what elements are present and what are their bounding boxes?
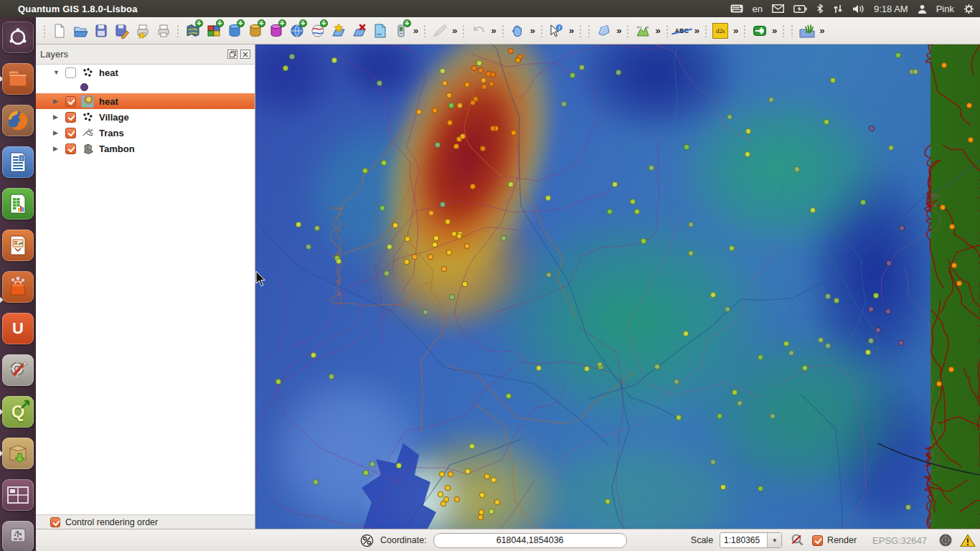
launcher-qgis[interactable]: Q <box>2 396 34 428</box>
db-manager-button[interactable] <box>750 22 768 39</box>
undo-button[interactable] <box>469 22 487 39</box>
layer-checkbox-checked[interactable] <box>65 143 76 154</box>
add-mssql-layer-button[interactable]: + <box>267 22 285 39</box>
launcher-ubuntu-one[interactable]: U <box>2 313 34 344</box>
bluetooth-icon[interactable] <box>816 4 824 14</box>
panel-close-button[interactable] <box>240 50 250 59</box>
toolbar-grip[interactable] <box>626 24 629 37</box>
chevron-down-icon[interactable]: ▼ <box>767 533 781 547</box>
toolbar-overflow-chevron[interactable]: » <box>694 25 699 36</box>
layer-checkbox-unchecked[interactable] <box>65 67 76 78</box>
username-label[interactable]: Pink <box>936 4 954 14</box>
add-gps-layer-button[interactable]: + <box>392 22 410 39</box>
add-raster-layer-button[interactable]: + <box>204 22 222 39</box>
add-postgis-layer-button[interactable]: + <box>225 22 243 39</box>
layer-row-trans[interactable]: ▶ Trans <box>36 125 255 141</box>
layer-checkbox-checked[interactable] <box>65 96 76 107</box>
log-messages-warning-icon[interactable] <box>960 534 976 547</box>
expander-collapsed-icon[interactable]: ▶ <box>53 113 60 121</box>
toolbar-overflow-chevron[interactable]: » <box>569 25 574 36</box>
toolbar-grip[interactable] <box>705 24 707 37</box>
print-button[interactable] <box>154 22 172 39</box>
launcher-firefox[interactable] <box>2 105 34 136</box>
toolbar-grip[interactable] <box>782 24 785 37</box>
expander-collapsed-icon[interactable]: ▶ <box>53 145 60 152</box>
toolbar-overflow-chevron[interactable]: » <box>772 25 777 36</box>
launcher-removable-drive[interactable] <box>2 521 34 551</box>
render-checkbox[interactable] <box>812 535 823 546</box>
launcher-dash-home[interactable] <box>2 22 34 53</box>
launcher-software-center[interactable] <box>2 271 34 303</box>
layer-checkbox-checked[interactable] <box>65 128 76 138</box>
mail-icon[interactable] <box>772 4 784 13</box>
toolbar-grip[interactable] <box>588 24 590 37</box>
toggle-editing-button[interactable] <box>430 22 448 39</box>
crs-status-label[interactable]: EPSG:32647 <box>872 535 927 546</box>
d2s-plugin-button[interactable]: d2s <box>712 22 730 39</box>
toolbar-overflow-chevron[interactable]: » <box>819 25 824 36</box>
battery-icon[interactable] <box>793 5 807 13</box>
launcher-libreoffice-calc[interactable] <box>2 188 34 220</box>
save-project-as-button[interactable] <box>113 22 131 39</box>
layer-row-heat-points[interactable]: ▼ heat <box>36 65 255 80</box>
expander-collapsed-icon[interactable]: ▶ <box>53 129 60 136</box>
toolbar-grip[interactable] <box>791 24 793 37</box>
layer-checkbox-checked[interactable] <box>65 112 76 123</box>
pan-map-button[interactable] <box>509 22 527 39</box>
launcher-update-manager[interactable] <box>2 438 34 469</box>
expander-collapsed-icon[interactable]: ▶ <box>53 98 60 105</box>
toolbar-grip[interactable] <box>666 24 669 37</box>
toolbar-grip[interactable] <box>743 24 746 37</box>
add-wfs-layer-button[interactable]: + <box>308 22 326 39</box>
toolbar-overflow-chevron[interactable]: » <box>530 25 535 36</box>
network-updown-icon[interactable] <box>833 4 843 14</box>
launcher-libreoffice-impress[interactable] <box>2 230 34 261</box>
add-delimited-text-layer-button[interactable]: ,,, <box>371 22 389 39</box>
toolbar-grip[interactable] <box>423 24 426 37</box>
grass-tools-button[interactable] <box>798 22 816 39</box>
launcher-workspace-switcher[interactable] <box>2 479 34 511</box>
layer-row-heat-raster[interactable]: ▶ heat <box>36 93 255 109</box>
toolbar-overflow-chevron[interactable]: » <box>413 25 418 36</box>
toolbar-grip[interactable] <box>43 24 46 37</box>
layers-panel-header[interactable]: Layers <box>36 44 255 64</box>
add-spatialite-layer-button[interactable]: + <box>246 22 264 39</box>
launcher-libreoffice-writer[interactable] <box>2 146 34 178</box>
coordinate-capture-icon[interactable] <box>360 534 374 547</box>
new-print-composer-button[interactable] <box>133 22 151 39</box>
scale-combobox[interactable]: 1:180365 ▼ <box>720 532 782 548</box>
keyboard-indicator-icon[interactable] <box>730 4 743 13</box>
panel-float-button[interactable] <box>227 50 237 59</box>
toolbar-overflow-chevron[interactable]: » <box>616 25 621 36</box>
control-rendering-order-checkbox[interactable] <box>50 517 60 527</box>
layer-row-village[interactable]: ▶ Village <box>36 109 255 125</box>
add-wms-layer-button[interactable]: + <box>288 22 306 39</box>
toolbar-grip[interactable] <box>176 24 179 37</box>
layer-row-tambon[interactable]: ▶ Tambon <box>36 141 255 156</box>
new-shapefile-layer-button[interactable] <box>329 22 347 39</box>
map-canvas[interactable] <box>255 44 980 529</box>
labeling-button[interactable]: ABC <box>673 22 691 39</box>
open-project-button[interactable] <box>71 22 89 39</box>
save-project-button[interactable] <box>92 22 110 39</box>
toolbar-overflow-chevron[interactable]: » <box>491 25 496 36</box>
clock-label[interactable]: 9:18 AM <box>874 4 908 14</box>
select-features-button[interactable] <box>595 22 613 39</box>
launcher-system-settings[interactable] <box>2 354 34 386</box>
crs-projector-icon[interactable] <box>938 533 953 547</box>
coordinate-input[interactable]: 618044,1854036 <box>433 533 627 548</box>
session-gear-icon[interactable] <box>963 4 974 14</box>
measure-button[interactable] <box>633 22 651 39</box>
toolbar-overflow-chevron[interactable]: » <box>452 25 457 36</box>
identify-features-button[interactable]: i <box>547 22 565 39</box>
remove-layer-button[interactable] <box>350 22 368 39</box>
add-vector-layer-button[interactable]: + <box>184 22 202 39</box>
launcher-files[interactable] <box>2 63 34 95</box>
volume-icon[interactable] <box>852 4 864 14</box>
toolbar-overflow-chevron[interactable]: » <box>733 25 738 36</box>
keyboard-layout-label[interactable]: en <box>753 4 763 14</box>
expander-expanded-icon[interactable]: ▼ <box>53 69 60 76</box>
toolbar-overflow-chevron[interactable]: » <box>655 25 660 36</box>
toolbar-grip[interactable] <box>501 24 504 37</box>
new-project-button[interactable] <box>50 22 68 39</box>
